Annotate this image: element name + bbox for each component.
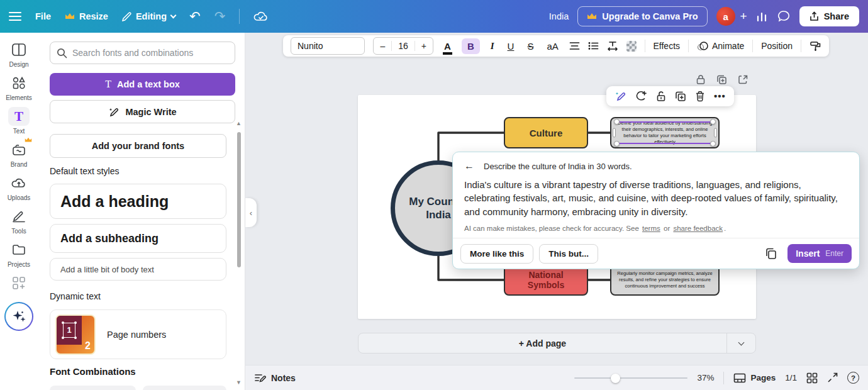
- search-box[interactable]: [50, 42, 235, 64]
- font-size-decrease[interactable]: –: [374, 41, 391, 51]
- resize-menu[interactable]: Resize: [65, 11, 108, 21]
- font-size-stepper[interactable]: – 16 +: [373, 37, 433, 55]
- magic-edit-icon[interactable]: [615, 91, 626, 102]
- italic-button[interactable]: I: [488, 39, 497, 53]
- invite-member-button[interactable]: +: [740, 9, 747, 23]
- help-button[interactable]: ?: [847, 372, 859, 384]
- resize-handle[interactable]: [614, 141, 620, 147]
- back-icon[interactable]: ←: [464, 160, 474, 172]
- collapse-panel-button[interactable]: ‹: [245, 198, 257, 227]
- paint-roller-icon[interactable]: [810, 41, 821, 52]
- document-title[interactable]: India: [549, 11, 569, 21]
- sidebar-item-text[interactable]: T Text: [1, 107, 36, 135]
- add-text-box-button[interactable]: T Add a text box: [50, 73, 235, 96]
- copy-icon[interactable]: [765, 247, 777, 260]
- letter-spacing-button[interactable]: [607, 41, 618, 51]
- terms-link[interactable]: terms: [642, 225, 660, 232]
- sidebar-item-apps[interactable]: [1, 274, 36, 292]
- ai-disclaimer: AI can make mistakes, please check for a…: [453, 220, 859, 238]
- insights-chart-icon[interactable]: [756, 11, 769, 22]
- animate-button[interactable]: Animate: [697, 41, 744, 51]
- crown-icon: [587, 13, 597, 20]
- resize-handle[interactable]: [710, 141, 716, 147]
- expand-page-icon[interactable]: [738, 74, 748, 85]
- main-menu-icon[interactable]: [9, 12, 21, 21]
- resize-handle[interactable]: [614, 119, 620, 125]
- zoom-level: 37%: [697, 373, 714, 382]
- comment-add-icon[interactable]: [635, 91, 647, 102]
- search-input[interactable]: [72, 48, 228, 58]
- fullscreen-icon[interactable]: [827, 372, 838, 383]
- text-case-button[interactable]: aA: [544, 39, 560, 53]
- scroll-down-icon[interactable]: ▼: [236, 379, 242, 386]
- add-heading-card[interactable]: Add a heading: [50, 184, 226, 219]
- bold-button[interactable]: B: [462, 38, 480, 54]
- add-page-button[interactable]: + Add page: [358, 333, 756, 354]
- resize-handle[interactable]: [710, 119, 716, 125]
- sidebar-item-uploads[interactable]: Uploads: [1, 174, 36, 201]
- page-numbers-card[interactable]: 1 2 Page numbers: [50, 309, 226, 359]
- sidebar-item-tools[interactable]: Tools: [1, 207, 36, 235]
- lock-page-icon[interactable]: [696, 74, 706, 85]
- redo-button[interactable]: ↷: [214, 9, 226, 24]
- resize-handle[interactable]: [613, 128, 616, 138]
- this-but-button[interactable]: This but...: [539, 244, 598, 264]
- font-size-value[interactable]: 16: [391, 41, 415, 51]
- notes-button[interactable]: Notes: [254, 373, 296, 383]
- duplicate-icon[interactable]: [675, 91, 686, 102]
- sidebar-item-design[interactable]: Design: [1, 40, 36, 68]
- upgrade-button[interactable]: Upgrade to Canva Pro: [577, 6, 707, 26]
- sidebar-item-projects[interactable]: Projects: [1, 240, 36, 268]
- uploads-icon: [11, 177, 26, 189]
- duplicate-page-icon[interactable]: [716, 74, 727, 85]
- undo-button[interactable]: ↶: [189, 9, 201, 24]
- insert-button[interactable]: Insert Enter: [787, 244, 852, 263]
- delete-icon[interactable]: [695, 91, 705, 102]
- magic-assistant-button[interactable]: [4, 302, 33, 331]
- grid-view-icon[interactable]: [806, 372, 818, 384]
- effects-button[interactable]: Effects: [653, 41, 680, 51]
- zoom-slider[interactable]: [574, 374, 687, 382]
- sidebar-item-brand[interactable]: Brand: [1, 140, 36, 168]
- share-feedback-link[interactable]: share feedback: [673, 225, 723, 232]
- selected-text-box[interactable]: Define your ideal audience by understand…: [610, 117, 720, 148]
- font-combination-card[interactable]: [143, 386, 226, 390]
- add-page-dropdown[interactable]: [726, 333, 755, 353]
- brand-icon: [11, 143, 26, 157]
- add-body-text-card[interactable]: Add a little bit of body text: [50, 258, 226, 281]
- toolbar-divider: [801, 40, 801, 52]
- add-subheading-card[interactable]: Add a subheading: [50, 224, 226, 253]
- cloud-saved-icon[interactable]: [253, 11, 269, 22]
- panel-scrollbar[interactable]: [237, 132, 241, 267]
- unlock-icon[interactable]: [656, 91, 666, 102]
- comments-icon[interactable]: [777, 10, 791, 23]
- scroll-up-icon[interactable]: ▲: [236, 120, 242, 126]
- font-combination-card[interactable]: [50, 386, 136, 390]
- app-header: File Resize Editing ↶ ↷ India Upgrade to…: [0, 0, 868, 33]
- zoom-slider-handle[interactable]: [611, 374, 620, 383]
- editing-mode-menu[interactable]: Editing: [122, 11, 175, 21]
- list-button[interactable]: [588, 42, 599, 50]
- mindmap-node-culture[interactable]: Culture: [504, 117, 588, 148]
- font-family-select[interactable]: Nunito: [291, 37, 365, 55]
- font-size-increase[interactable]: +: [415, 41, 433, 51]
- chevron-down-icon: [170, 13, 177, 19]
- underline-button[interactable]: U: [505, 39, 517, 53]
- avatar[interactable]: a: [716, 7, 735, 26]
- position-button[interactable]: Position: [761, 41, 793, 51]
- resize-handle[interactable]: [714, 128, 717, 138]
- sidebar-item-elements[interactable]: Elements: [1, 74, 36, 101]
- sparkle-icon: [11, 308, 27, 325]
- ai-response-text: India's culture is a vibrant tapestry of…: [453, 174, 859, 220]
- file-menu[interactable]: File: [35, 11, 51, 21]
- strikethrough-button[interactable]: S: [525, 39, 536, 53]
- alignment-button[interactable]: [569, 42, 580, 50]
- transparency-button[interactable]: [626, 41, 637, 52]
- text-color-button[interactable]: A: [442, 40, 453, 53]
- chevron-down-icon: [738, 339, 745, 345]
- pages-button[interactable]: Pages: [733, 373, 776, 383]
- add-brand-fonts-button[interactable]: Add your brand fonts: [50, 134, 226, 158]
- more-like-this-button[interactable]: More like this: [460, 244, 533, 264]
- share-button[interactable]: Share: [799, 6, 859, 26]
- magic-write-button[interactable]: Magic Write: [50, 100, 235, 123]
